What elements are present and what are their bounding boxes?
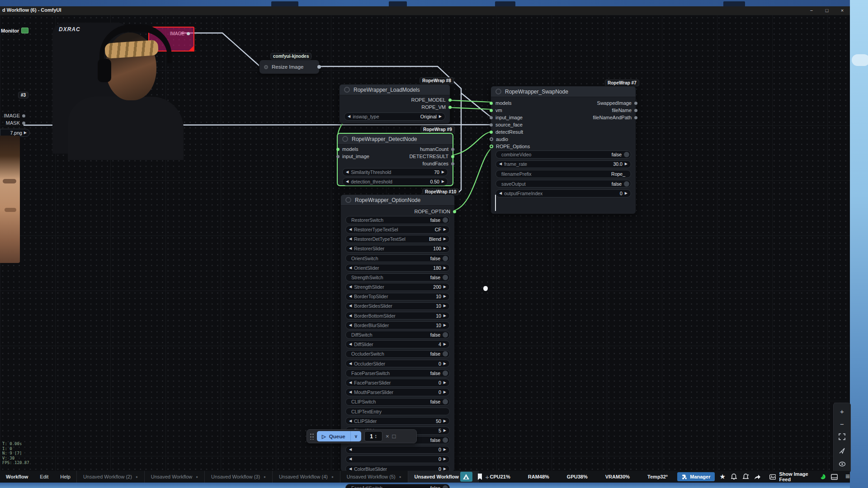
resize-image-node[interactable]: Resize Image xyxy=(259,60,320,74)
widget-row[interactable]: ◀ RestorerSwitch false ▶ xyxy=(345,216,450,224)
widget-row[interactable]: ◀ CLIPSwitch false ▶ xyxy=(345,398,450,406)
decrement-arrow-icon[interactable]: ◀ xyxy=(349,343,352,346)
detect-node[interactable]: RopeWrapper_DetectNode models input_imag… xyxy=(337,133,453,186)
increment-arrow-icon[interactable]: ▶ xyxy=(442,170,444,174)
output-port[interactable]: DETECTRESULT xyxy=(409,153,454,160)
drag-handle-icon[interactable] xyxy=(310,433,314,440)
widget-row[interactable]: ◀ FaceParserSwitch false ▶ xyxy=(345,369,450,377)
bell-alt-icon[interactable] xyxy=(742,474,749,480)
workflow-tab[interactable]: Unsaved Workflow (2) ● xyxy=(76,471,144,483)
widget-row[interactable]: ◀ BorderBottomSlider 10 ▶ xyxy=(345,312,450,320)
image-output-port[interactable]: IMAGE xyxy=(170,31,190,36)
output-port[interactable]: humanCount xyxy=(409,145,454,153)
output-dot-icon[interactable] xyxy=(317,65,321,69)
decrement-arrow-icon[interactable]: ◀ xyxy=(349,304,352,308)
output-port[interactable]: foundFaces xyxy=(409,160,454,167)
increment-arrow-icon[interactable]: ▶ xyxy=(625,192,627,195)
output-port[interactable]: ROPE_OPTION xyxy=(415,208,456,215)
widget-row[interactable]: ◀ CLIPSlider 50 ▶ xyxy=(345,417,450,425)
load-models-node[interactable]: RopeWrapper_LoadModels ROPE_MODEL ROPE_V… xyxy=(339,84,450,124)
widget-row[interactable]: ◀ RestorerTypeTextSel CF ▶ xyxy=(345,225,450,234)
decrement-arrow-icon[interactable]: ◀ xyxy=(349,381,352,385)
output-port[interactable]: IMAGE xyxy=(0,112,25,119)
bell-icon[interactable] xyxy=(731,474,737,480)
port-dot-icon[interactable] xyxy=(634,102,637,105)
stop-button[interactable]: □ xyxy=(392,433,396,440)
input-port[interactable]: audio xyxy=(490,136,530,143)
widget-row[interactable]: ◀ OrientSwitch false ▶ xyxy=(345,254,450,263)
decrement-arrow-icon[interactable]: ◀ xyxy=(349,237,352,241)
node-header[interactable]: RopeWrapper_OptionNode xyxy=(341,195,454,206)
menu-help[interactable]: Help xyxy=(54,474,76,479)
widget-row[interactable]: ◀ OccluderSwitch false ▶ xyxy=(345,350,450,358)
port-dot-icon[interactable] xyxy=(634,116,637,119)
widget-row[interactable]: ◀ saveOutput false ▶ xyxy=(495,180,631,188)
port-dot-icon[interactable] xyxy=(490,123,493,127)
increment-arrow-icon[interactable]: ▶ xyxy=(443,304,446,308)
decrement-arrow-icon[interactable]: ◀ xyxy=(349,362,352,366)
image-preview-node[interactable]: IMAGE xyxy=(148,27,194,52)
widget-row[interactable]: ◀ RestorerSlider 100 ▶ xyxy=(345,245,450,253)
panel-layout-icon[interactable] xyxy=(831,474,838,480)
maximize-button[interactable]: □ xyxy=(820,6,834,15)
menu-workflow[interactable]: Workflow xyxy=(0,474,34,479)
decrement-arrow-icon[interactable]: ◀ xyxy=(349,419,352,423)
input-port[interactable]: source_face xyxy=(490,121,530,128)
workflow-tab[interactable]: Unsaved Workflow (4) ● xyxy=(272,471,340,483)
star-icon[interactable]: ★ xyxy=(720,473,726,481)
select-mode-button[interactable] xyxy=(834,447,850,455)
decrement-icon[interactable]: ▼ xyxy=(375,436,377,439)
output-port[interactable]: SwappedImage xyxy=(593,99,637,107)
increment-arrow-icon[interactable]: ▶ xyxy=(443,429,446,432)
decrement-arrow-icon[interactable]: ◀ xyxy=(349,390,352,394)
increment-arrow-icon[interactable]: ▶ xyxy=(443,285,446,289)
increment-arrow-icon[interactable]: ▶ xyxy=(443,247,446,250)
toggle-knob-icon[interactable] xyxy=(443,351,448,357)
widget-row[interactable]: ◀ CLIPTextEntry ▶ xyxy=(345,408,450,416)
increment-arrow-icon[interactable]: ▶ xyxy=(439,115,442,118)
increment-arrow-icon[interactable]: ▶ xyxy=(443,324,446,327)
increment-arrow-icon[interactable]: ▶ xyxy=(625,162,627,166)
queue-options-dropdown[interactable]: ∨ xyxy=(350,431,361,441)
collapse-dot-icon[interactable] xyxy=(342,136,348,142)
collapse-dot-icon[interactable] xyxy=(495,89,501,94)
widget-row[interactable]: ◀ BorderTopSlider 10 ▶ xyxy=(345,293,450,301)
increment-arrow-icon[interactable]: ▶ xyxy=(443,362,446,366)
menu-edit[interactable]: Edit xyxy=(34,474,54,479)
port-dot-icon[interactable] xyxy=(448,99,452,102)
manager-button[interactable]: Manager xyxy=(677,472,714,481)
increment-arrow-icon[interactable]: ▶ xyxy=(443,457,446,461)
widget-row[interactable]: ◀ frame_rate 30.0 ▶ xyxy=(495,160,631,169)
workflow-tab[interactable]: Unsaved Workflow (5) ● xyxy=(340,471,408,483)
decrement-arrow-icon[interactable]: ◀ xyxy=(349,266,352,270)
port-dot-icon[interactable] xyxy=(451,148,454,151)
increment-arrow-icon[interactable]: ▶ xyxy=(443,390,446,394)
bookmark-icon[interactable] xyxy=(477,474,482,480)
port-dot-icon[interactable] xyxy=(490,131,493,134)
decrement-arrow-icon[interactable]: ◀ xyxy=(349,285,352,289)
port-dot-icon[interactable] xyxy=(634,109,637,112)
decrement-arrow-icon[interactable]: ◀ xyxy=(349,228,352,231)
toggle-knob-icon[interactable] xyxy=(443,275,448,280)
decrement-arrow-icon[interactable]: ◀ xyxy=(499,192,502,195)
increment-arrow-icon[interactable]: ▶ xyxy=(443,467,446,471)
port-dot-icon[interactable] xyxy=(451,155,454,158)
widget-row[interactable]: ◀ filenamePrefix Rope_ ▶ xyxy=(495,170,631,178)
next-image-arrow[interactable]: ▶ xyxy=(24,131,27,135)
decrement-arrow-icon[interactable]: ◀ xyxy=(349,295,352,298)
collapse-dot-icon[interactable] xyxy=(344,87,350,93)
decrement-arrow-icon[interactable]: ◀ xyxy=(349,247,352,250)
increment-arrow-icon[interactable]: ▶ xyxy=(443,237,446,241)
input-port[interactable]: input_image xyxy=(336,153,369,160)
increment-arrow-icon[interactable]: ▶ xyxy=(443,448,446,451)
widget-row[interactable]: ◀ inswap_type Original ▶ xyxy=(344,113,445,121)
widget-row[interactable]: ◀ MouthParserSlider 0 ▶ xyxy=(345,388,450,396)
zoom-in-button[interactable]: + xyxy=(834,408,850,415)
output-dot-icon[interactable] xyxy=(187,32,190,35)
port-dot-icon[interactable] xyxy=(453,210,456,213)
port-dot-icon[interactable] xyxy=(490,116,493,119)
port-dot-icon[interactable] xyxy=(490,109,493,112)
swap-node[interactable]: RopeWrapper_SwapNode models vm input_ima… xyxy=(491,86,636,214)
input-port[interactable]: vm xyxy=(490,107,530,114)
output-port[interactable]: fileNameAndPath xyxy=(593,114,637,121)
